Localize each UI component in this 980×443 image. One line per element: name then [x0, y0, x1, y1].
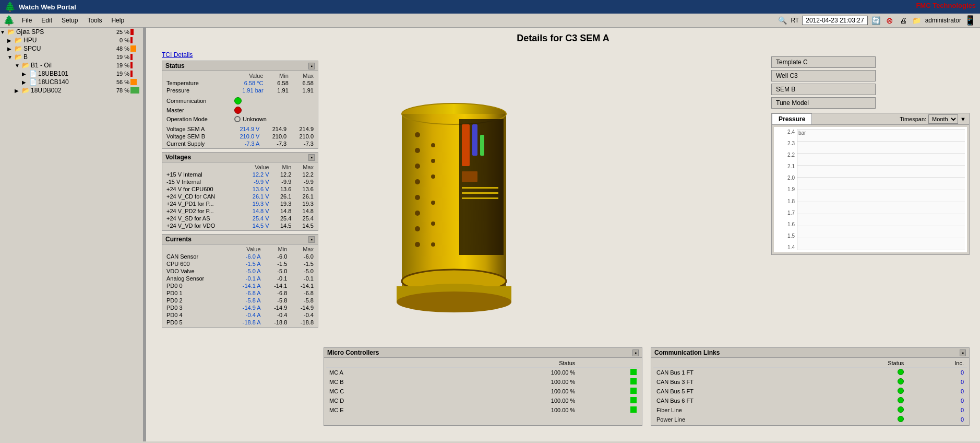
mc-label: MC C: [326, 387, 429, 396]
voltages-panel: Voltages ▪ Value Min Max: [162, 152, 318, 231]
menu-tools[interactable]: Tools: [83, 16, 106, 25]
sidebar-item[interactable]: ▼ 📂 B 19 %: [0, 53, 143, 61]
curr-col-max: Max: [289, 246, 316, 253]
sidebar: ▼ 📂 Gjøa SPS 25 % ▶ 📂 HPU 0 % ▶ 📂 SPCU 4…: [0, 28, 144, 441]
mc-status: 100.00 %: [429, 405, 579, 415]
vstatus-value: -7.3 A: [227, 140, 262, 147]
mc-collapse-btn[interactable]: ▪: [632, 349, 639, 356]
vstatus-label: Current Supply: [164, 140, 227, 147]
status-collapse-btn[interactable]: ▪: [308, 63, 315, 69]
volt-value: 26.1 V: [241, 193, 271, 200]
sidebar-item[interactable]: ▶ 📄 18UCB140 56 %: [0, 78, 143, 86]
tree-bar-cell: [130, 79, 142, 85]
mc-panel-content: Status MC A 100.00 % MC B 100.00 % MC C …: [324, 358, 642, 416]
voltage-row: +15 V Internal 12.2 V 12.2 12.2: [164, 171, 316, 178]
folder-icon[interactable]: 📁: [912, 15, 922, 26]
fmc-logo: FMC Technologies: [916, 2, 976, 9]
search-icon[interactable]: 🔍: [777, 15, 787, 26]
timespan-dropdown-icon[interactable]: ▼: [960, 116, 966, 122]
currents-table: Value Min Max CAN Sensor -6.0 A -6.0 -6.…: [164, 246, 316, 326]
tree-label: HPU: [23, 37, 109, 44]
currents-panel: Currents ▪ Value Min Max: [162, 234, 318, 328]
voltage-status-row: Voltage SEM B 210.0 V 210.0 210.0: [164, 133, 316, 140]
template-btn-template-c[interactable]: Template C: [771, 56, 876, 68]
sidebar-item[interactable]: ▼ 📂 B1 - Oil 19 %: [0, 61, 143, 69]
voltages-collapse-btn[interactable]: ▪: [308, 154, 315, 161]
menu-setup[interactable]: Setup: [57, 16, 82, 25]
chart-gridline: [797, 250, 965, 250]
right-panels: Template CWell C3SEM BTune Model Pressur…: [771, 56, 970, 255]
menu-help[interactable]: Help: [107, 16, 128, 25]
y-axis-label: 2.4: [787, 129, 795, 135]
folder-icon: 📂: [22, 87, 30, 94]
vstatus-max: 214.9: [289, 125, 316, 133]
comm-panel-content: Status Inc. CAN Bus 1 FT 0 CAN Bus 3 FT …: [651, 358, 969, 425]
svg-point-30: [397, 292, 511, 312]
y-axis-label: 2.1: [787, 164, 795, 169]
mc-label: MC E: [326, 405, 429, 415]
y-axis-label: 1.4: [787, 244, 795, 250]
print-icon[interactable]: 🖨: [898, 15, 909, 26]
template-btn-tune-model[interactable]: Tune Model: [771, 97, 876, 109]
curr-label: PD0 0: [164, 282, 229, 289]
voltage-row: +24 V for CPU600 13.6 V 13.6 13.6: [164, 185, 316, 193]
curr-min: -5.8: [263, 297, 290, 304]
mc-status: 100.00 %: [429, 368, 579, 378]
vstatus-min: -7.3: [261, 140, 289, 147]
volt-value: 25.4 V: [241, 215, 271, 222]
content-area: Details for C3 SEM A TCI Details Status …: [146, 28, 980, 441]
svg-point-13: [415, 148, 420, 153]
volt-value: 14.5 V: [241, 222, 271, 229]
sidebar-item[interactable]: ▶ 📂 18UDB002 78 %: [0, 86, 143, 95]
status-row: Temperature 6.58 °C 6.58 6.58: [164, 79, 316, 87]
comm-label: Fiber Line: [653, 405, 820, 415]
menu-edit[interactable]: Edit: [37, 16, 56, 25]
timespan-select[interactable]: Month Week Day: [928, 114, 958, 124]
pressure-tab[interactable]: Pressure: [772, 113, 812, 124]
tree-bar-cell: [130, 45, 142, 52]
svg-rect-10: [462, 192, 498, 194]
volt-max: 12.2: [293, 171, 316, 178]
volt-min: 14.5: [271, 222, 294, 229]
comm-collapse-btn[interactable]: ▪: [960, 349, 966, 356]
comm-row: CAN Bus 6 FT 0: [653, 396, 967, 405]
comm-label: Communication: [166, 98, 234, 104]
chart-gridline: [797, 190, 965, 190]
sidebar-item[interactable]: ▼ 📂 Gjøa SPS 25 %: [0, 28, 143, 36]
tree-pct: 48 %: [109, 45, 129, 52]
refresh-icon[interactable]: 🔄: [871, 15, 881, 26]
voltages-panel-content: Value Min Max +15 V Internal 12.2 V 12.2…: [162, 162, 318, 230]
op-mode-value: Unknown: [243, 116, 267, 122]
curr-col-min: Min: [263, 246, 290, 253]
svg-point-12: [415, 132, 420, 137]
tci-link[interactable]: TCI Details: [162, 51, 318, 59]
volt-col-name: [164, 164, 241, 171]
template-btn-sem-b[interactable]: SEM B: [771, 84, 876, 95]
tree-progress-bar: [130, 37, 133, 43]
curr-label: CAN Sensor: [164, 253, 229, 260]
mc-indicator: [578, 377, 640, 387]
current-row: CAN Sensor -6.0 A -6.0 -6.0: [164, 253, 316, 260]
comm-row: Fiber Line 0: [653, 405, 967, 415]
sidebar-item[interactable]: ▶ 📄 18UBB101 19 %: [0, 69, 143, 78]
status-max: 6.58: [291, 79, 316, 87]
menu-file[interactable]: File: [18, 16, 36, 25]
pressure-tabs: Pressure Timespan: Month Week Day ▼: [772, 113, 969, 125]
curr-value: -1.5 A: [229, 260, 263, 267]
voltage-row: +24 V_PD2 for P... 14.8 V 14.8 14.8: [164, 207, 316, 215]
volt-max: 14.5: [293, 222, 316, 229]
volt-max: 14.8: [293, 207, 316, 215]
currents-collapse-btn[interactable]: ▪: [308, 236, 315, 243]
curr-min: -6.0: [263, 253, 290, 260]
template-btn-well-c3[interactable]: Well C3: [771, 70, 876, 81]
vstatus-label: Voltage SEM A: [164, 125, 227, 133]
volt-label: +24 V for CPU600: [164, 185, 241, 193]
bottom-panels: Micro Controllers ▪ Status MC A 10: [324, 347, 970, 426]
mc-row: MC D 100.00 %: [326, 396, 640, 405]
curr-max: -6.8: [289, 289, 316, 297]
sidebar-item[interactable]: ▶ 📂 HPU 0 %: [0, 36, 143, 44]
mc-status-indicator: [630, 378, 637, 384]
stop-icon[interactable]: ⊗: [885, 15, 895, 26]
sidebar-item[interactable]: ▶ 📂 SPCU 48 %: [0, 44, 143, 53]
tree-arrow: ▶: [22, 79, 29, 85]
